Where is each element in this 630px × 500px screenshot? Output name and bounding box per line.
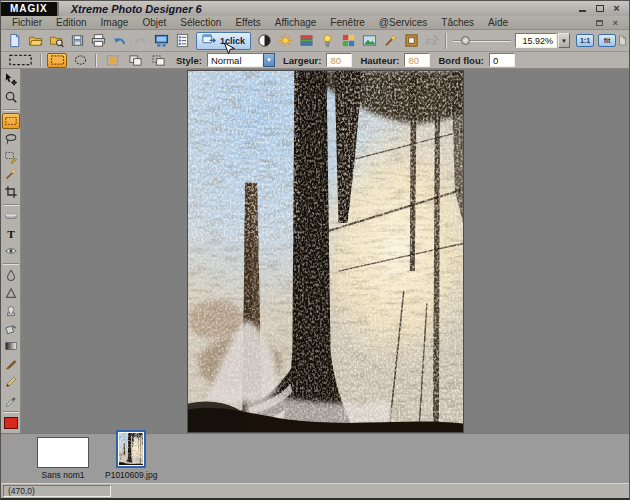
photo-image[interactable]	[187, 70, 464, 433]
title-bar: MAGIX Xtreme Photo Designer 6 ×	[1, 1, 629, 16]
gradient-tool[interactable]	[2, 338, 20, 355]
width-field[interactable]: 80	[326, 53, 352, 67]
eraser-tool[interactable]	[2, 208, 20, 225]
brush-tool[interactable]	[2, 356, 20, 373]
toolbar-save-file-button[interactable]	[67, 31, 88, 50]
style-dropdown-button[interactable]: ▼	[263, 53, 275, 67]
toolbar-white-balance-button[interactable]	[317, 31, 338, 50]
selection-options-bar: Style: Normal ▼ Largeur: 80 Hauteur: 80 …	[1, 52, 629, 69]
magic-wand-tool[interactable]	[2, 166, 20, 183]
oneclick-label: 1click	[220, 36, 245, 46]
menu-item-fentre[interactable]: Fenêtre	[323, 17, 371, 28]
rectangle-select-tool[interactable]	[2, 113, 20, 130]
tool-separator	[3, 411, 19, 413]
sharpen-tool[interactable]	[2, 285, 20, 302]
toolbar-photo-optimization-button[interactable]	[359, 31, 380, 50]
page-icon[interactable]	[618, 32, 627, 50]
thumbnail-blank-document[interactable]: Sans nom1	[37, 437, 89, 480]
menu-bar: FichierEditionImageObjetSélectionEffetsA…	[1, 16, 629, 30]
zoom-tool-icon	[4, 90, 18, 104]
toolbar-new-document-button[interactable]	[4, 31, 25, 50]
toolbar-redo-button	[130, 31, 151, 50]
zoom-combobox[interactable]: 15.92% ▼	[515, 33, 570, 48]
save-file-icon	[70, 33, 85, 48]
text-tool[interactable]: T	[2, 225, 20, 242]
eyedropper-tool[interactable]	[2, 391, 20, 408]
height-field[interactable]: 80	[404, 53, 430, 67]
toolbar-auto-contrast-button[interactable]	[254, 31, 275, 50]
selection-preview-button[interactable]	[5, 53, 35, 68]
file-button-group	[4, 31, 193, 50]
width-label: Largeur:	[283, 55, 322, 66]
brush-tool-icon	[4, 357, 18, 371]
toolbar-export-screen-button[interactable]	[151, 31, 172, 50]
selection-mode-add-button[interactable]	[125, 53, 145, 68]
zoom-dropdown-button[interactable]: ▼	[558, 33, 570, 48]
menu-item-aide[interactable]: Aide	[481, 17, 515, 28]
blank-document-preview[interactable]	[37, 437, 89, 468]
menu-item-objet[interactable]: Objet	[135, 17, 173, 28]
menu-item-fichier[interactable]: Fichier	[5, 17, 49, 28]
toolbar-open-file-button[interactable]	[25, 31, 46, 50]
mdi-close-button[interactable]: ×	[610, 18, 621, 27]
oneclick-button[interactable]: 1click	[196, 32, 251, 50]
lasso-tool[interactable]	[2, 130, 20, 147]
selection-mode-new-button[interactable]	[102, 53, 122, 68]
minimize-button[interactable]	[576, 3, 589, 14]
menu-item-slection[interactable]: Sélection	[173, 17, 228, 28]
tool-separator	[3, 263, 19, 265]
app-window: MAGIX Xtreme Photo Designer 6 × FichierE…	[0, 0, 630, 500]
canvas-area[interactable]	[21, 69, 629, 433]
menu-item-affichage[interactable]: Affichage	[268, 17, 324, 28]
pencil-tool[interactable]	[2, 374, 20, 391]
toolbar-photo-frame-button[interactable]	[401, 31, 422, 50]
zoom-tool[interactable]	[2, 89, 20, 106]
selection-mode-subtract-button[interactable]	[148, 53, 168, 68]
thumbnail-photo-document[interactable]: P1010609.jpg	[105, 430, 157, 480]
toolbar-auto-color-button[interactable]	[338, 31, 359, 50]
red-eye-tool[interactable]	[2, 243, 20, 260]
oneclick-icon	[202, 33, 217, 48]
close-button[interactable]: ×	[610, 3, 623, 14]
toolbar-browse-files-button[interactable]	[46, 31, 67, 50]
chevron-down-icon: ▼	[266, 57, 272, 63]
feather-field[interactable]: 0	[489, 53, 515, 67]
options-separator	[95, 54, 97, 67]
menu-item-image[interactable]: Image	[94, 17, 136, 28]
ellipse-shape-button[interactable]	[70, 53, 90, 68]
toolbar-auto-color-levels-button[interactable]	[296, 31, 317, 50]
toolbar-print-button[interactable]	[88, 31, 109, 50]
mdi-restore-button[interactable]	[594, 18, 605, 27]
style-select[interactable]: Normal ▼	[207, 53, 275, 67]
move-tool[interactable]	[2, 71, 20, 88]
fill-tool[interactable]	[2, 320, 20, 337]
text-tool-icon: T	[4, 227, 18, 241]
new-document-icon	[7, 33, 22, 48]
rectangle-shape-button[interactable]	[47, 53, 67, 68]
clone-stamp-tool[interactable]	[2, 302, 20, 319]
menu-item-effets[interactable]: Effets	[228, 17, 267, 28]
zoom-value[interactable]: 15.92%	[515, 33, 557, 48]
menu-item-edition[interactable]: Edition	[49, 17, 94, 28]
menu-item-services[interactable]: @Services	[372, 17, 435, 28]
crop-tool[interactable]	[2, 184, 20, 201]
zoom-slider[interactable]	[453, 33, 511, 49]
zoom-slider-handle[interactable]	[461, 36, 470, 45]
toolbar-undo-button[interactable]	[109, 31, 130, 50]
toolbar-task-panel-button[interactable]	[172, 31, 193, 50]
thumbnail-label: Sans nom1	[42, 470, 85, 480]
menu-item-tches[interactable]: Tâches	[434, 17, 481, 28]
color-swatch[interactable]	[2, 415, 20, 432]
toolbar-auto-brightness-button[interactable]	[275, 31, 296, 50]
edit-selection-tool[interactable]	[2, 148, 20, 165]
auto-color-levels-icon	[299, 33, 314, 48]
zoom-actual-size-button[interactable]: 1:1	[574, 32, 596, 50]
photo-document-preview[interactable]	[116, 430, 146, 468]
zoom-fit-button[interactable]: fit	[596, 32, 618, 50]
chevron-down-icon: ▼	[561, 38, 567, 44]
toolbar-auto-retouch-button[interactable]	[380, 31, 401, 50]
red-eye-tool-icon	[4, 244, 18, 258]
sharpen-tool-icon	[4, 286, 18, 300]
maximize-button[interactable]	[593, 3, 606, 14]
blur-tool[interactable]	[2, 267, 20, 284]
